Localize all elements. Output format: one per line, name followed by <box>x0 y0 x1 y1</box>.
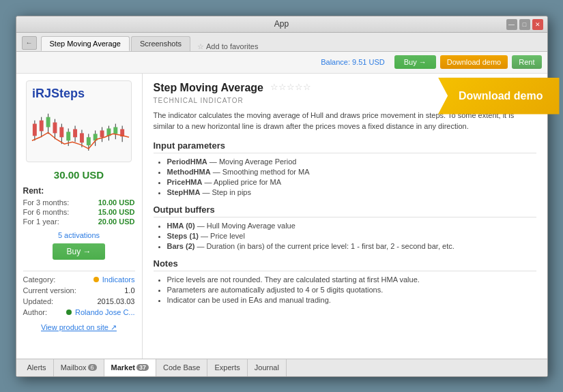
buffer-name: Bars (2) <box>167 242 195 250</box>
list-item: MethodHMA — Smoothing method for MA <box>167 168 536 176</box>
meta-row-category: Category: Indicators <box>23 275 135 284</box>
param-name: StepHMA <box>167 188 201 196</box>
rent-label-3months: For 3 months: <box>23 198 70 207</box>
buffer-desc: — Duration (in bars) of the current pric… <box>197 242 454 250</box>
meta-row-author: Author: Rolando Jose C... <box>23 308 135 316</box>
meta-grid: Category: Indicators Current version: 1.… <box>23 275 135 319</box>
bottom-tab-market[interactable]: Market 37 <box>104 359 156 376</box>
window-title: App <box>274 19 289 29</box>
svg-rect-8 <box>53 122 57 133</box>
param-name: PriceHMA <box>167 178 203 186</box>
param-desc: — Applied price for MA <box>205 178 282 186</box>
list-item: Steps (1) — Price level <box>167 232 536 240</box>
bottom-tab-codebase[interactable]: Code Base <box>156 359 207 376</box>
bottom-tab-experts[interactable]: Experts <box>207 359 247 376</box>
updated-value: 2015.03.03 <box>97 297 134 305</box>
app-window: App — □ ✕ ← Step Moving Average Screensh… <box>16 16 548 377</box>
author-value[interactable]: Rolando Jose C... <box>66 308 135 316</box>
divider <box>23 271 135 271</box>
rent-row-3months: For 3 months: 10.00 USD <box>23 198 135 207</box>
list-item: Price levels are not rounded. They are c… <box>167 275 536 284</box>
list-item: PriceHMA — Applied price for MA <box>167 178 536 186</box>
back-button[interactable]: ← <box>22 36 37 50</box>
rent-label-6months: For 6 months: <box>23 208 70 216</box>
market-badge: 37 <box>136 364 149 371</box>
rent-row-6months: For 6 months: 15.00 USD <box>23 208 135 216</box>
input-params-list: PeriodHMA — Moving Average Period Method… <box>154 157 536 196</box>
close-button[interactable]: ✕ <box>532 19 543 30</box>
author-dot <box>66 310 72 315</box>
minimize-button[interactable]: — <box>506 19 517 30</box>
version-label: Current version: <box>23 286 76 295</box>
list-item: PeriodHMA — Moving Average Period <box>167 157 536 166</box>
svg-rect-16 <box>80 133 84 142</box>
svg-rect-14 <box>73 129 77 137</box>
param-desc: — Moving Average Period <box>210 157 297 166</box>
bottom-tab-journal[interactable]: Journal <box>248 359 287 376</box>
svg-rect-22 <box>100 130 104 137</box>
rent-button-bar[interactable]: Rent <box>512 55 541 69</box>
category-label: Category: <box>23 275 56 284</box>
activations-link[interactable]: 5 activations <box>58 231 100 239</box>
tab-step-moving-average[interactable]: Step Moving Average <box>41 36 130 51</box>
rent-row-1year: For 1 year: 20.00 USD <box>23 217 135 226</box>
view-product-link[interactable]: View product on site ↗ <box>41 323 117 332</box>
add-to-favorites-button[interactable]: ☆ Add to favorites <box>197 42 258 51</box>
svg-rect-18 <box>87 137 91 145</box>
author-label: Author: <box>23 308 47 316</box>
buffer-desc: — Hull Moving Average value <box>197 222 295 230</box>
output-buffers-title: Output buffers <box>154 205 536 217</box>
bottom-tab-bar: Alerts Mailbox 6 Market 37 Code Base Exp… <box>16 359 547 376</box>
rent-label-1year: For 1 year: <box>23 217 59 226</box>
input-params-title: Input parameters <box>154 140 536 153</box>
bottom-tab-mailbox[interactable]: Mailbox 6 <box>54 359 104 376</box>
tab-screenshots[interactable]: Screenshots <box>131 36 190 51</box>
mailbox-badge: 6 <box>88 364 97 371</box>
buy-button-main[interactable]: Buy → <box>53 243 104 260</box>
product-logo: iRJSteps <box>26 80 132 162</box>
notes-list: Price levels are not rounded. They are c… <box>154 275 536 304</box>
list-item: StepHMA — Step in pips <box>167 188 536 196</box>
rent-title: Rent: <box>23 186 135 196</box>
meta-row-version: Current version: 1.0 <box>23 286 135 295</box>
svg-rect-10 <box>59 127 63 137</box>
action-bar: Balance: 9.51 USD Buy → Download demo Re… <box>16 52 547 74</box>
output-buffers-list: HMA (0) — Hull Moving Average value Step… <box>154 222 536 250</box>
updated-label: Updated: <box>23 297 54 305</box>
list-item: Indicator can be used in EAs and manual … <box>167 296 536 304</box>
download-demo-overlay-button[interactable]: Download demo <box>438 78 560 115</box>
logo-text: iRJSteps <box>32 87 85 101</box>
rent-price-6months: 15.00 USD <box>98 208 135 216</box>
rent-price-3months: 10.00 USD <box>98 198 135 207</box>
main-content: iRJSteps <box>16 74 547 359</box>
buffer-desc: — Price level <box>201 232 245 240</box>
download-demo-button-bar[interactable]: Download demo <box>440 55 508 69</box>
svg-rect-12 <box>66 132 70 140</box>
product-title: Step Moving Average <box>154 82 264 94</box>
category-value[interactable]: Indicators <box>93 275 135 284</box>
bottom-tab-alerts[interactable]: Alerts <box>20 359 54 376</box>
window-controls: — □ ✕ <box>506 19 543 30</box>
category-dot <box>93 277 99 282</box>
tab-bar: ← Step Moving Average Screenshots ☆ Add … <box>16 33 547 52</box>
rent-price-1year: 20.00 USD <box>98 217 135 226</box>
meta-row-updated: Updated: 2015.03.03 <box>23 297 135 305</box>
list-item: Bars (2) — Duration (in bars) of the cur… <box>167 242 536 250</box>
buy-button-top[interactable]: Buy → <box>394 55 436 69</box>
maximize-button[interactable]: □ <box>519 19 530 30</box>
list-item: HMA (0) — Hull Moving Average value <box>167 222 536 230</box>
param-name: PeriodHMA <box>167 157 207 166</box>
product-price: 30.00 USD <box>54 169 104 181</box>
buffer-name: HMA (0) <box>167 222 195 230</box>
svg-rect-26 <box>113 127 117 134</box>
title-bar: App — □ ✕ <box>16 16 547 33</box>
svg-rect-2 <box>33 123 37 136</box>
param-desc: — Step in pips <box>202 188 251 196</box>
svg-rect-6 <box>46 117 50 127</box>
left-panel: iRJSteps <box>16 74 143 359</box>
balance-display: Balance: 9.51 USD <box>321 58 385 66</box>
svg-rect-4 <box>40 120 44 131</box>
buffer-name: Steps (1) <box>167 232 199 240</box>
mini-chart <box>27 100 131 161</box>
rent-section: Rent: For 3 months: 10.00 USD For 6 mont… <box>23 186 135 227</box>
